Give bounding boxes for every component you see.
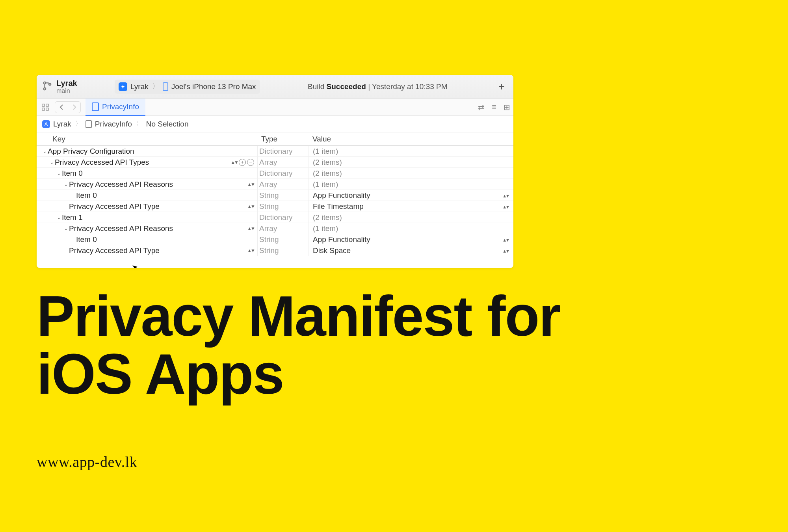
row-key: Privacy Accessed API Type — [69, 202, 160, 211]
status-text: Build Succeeded | Yesterday at 10:33 PM — [308, 82, 448, 91]
editor-options: ⇄ ≡ ⊞ — [478, 102, 510, 112]
row-value[interactable]: (2 items) — [309, 157, 513, 167]
add-button[interactable]: + — [495, 80, 508, 93]
key-type-stepper[interactable]: ▲▼ — [247, 248, 254, 253]
plist-file-icon — [92, 102, 99, 111]
value-stepper-icon[interactable]: ▲▼ — [502, 236, 509, 243]
plist-body: ➤ ⌄App Privacy ConfigurationDictionary(1… — [37, 146, 513, 268]
svg-rect-4 — [46, 104, 48, 106]
row-type[interactable]: Dictionary — [257, 212, 309, 223]
scheme-selector[interactable]: ✦ Lyrak 〉 Joel's iPhone 13 Pro Max — [115, 80, 260, 94]
activity-status[interactable]: Build Succeeded | Yesterday at 10:33 PM — [266, 82, 490, 91]
plist-row[interactable]: ⌄Privacy Accessed API Reasons▲▼Array(1 i… — [37, 223, 513, 234]
crumb-project[interactable]: Lyrak — [53, 120, 71, 128]
row-type[interactable]: Array — [257, 157, 309, 167]
row-type[interactable]: String — [257, 245, 309, 256]
row-key: App Privacy Configuration — [48, 147, 134, 156]
scheme-name: Lyrak — [130, 82, 149, 91]
site-url: www.app-dev.lk — [37, 453, 137, 471]
related-items-icon[interactable] — [40, 102, 51, 113]
column-type[interactable]: Type — [257, 135, 309, 143]
editor-tab-privacyinfo[interactable]: PrivacyInfo — [85, 99, 145, 116]
svg-rect-6 — [46, 108, 48, 110]
row-key: Privacy Accessed API Types — [55, 158, 149, 167]
history-nav — [55, 101, 81, 113]
tab-bar: PrivacyInfo ⇄ ≡ ⊞ — [37, 99, 513, 116]
key-type-stepper[interactable]: ▲▼ — [247, 226, 254, 231]
row-key: Item 0 — [62, 169, 83, 178]
chevron-right-icon: 〉 — [74, 120, 82, 128]
tab-title: PrivacyInfo — [102, 102, 139, 111]
row-key: Item 0 — [76, 191, 97, 200]
row-type[interactable]: Dictionary — [257, 146, 309, 156]
column-value[interactable]: Value — [309, 135, 513, 143]
column-key[interactable]: Key — [37, 135, 257, 143]
row-value[interactable]: (2 items) — [309, 168, 513, 179]
chevron-down-icon[interactable]: ⌄ — [63, 181, 69, 187]
xcode-window: Lyrak main ✦ Lyrak 〉 Joel's iPhone 13 Pr… — [37, 75, 513, 268]
row-type[interactable]: String — [257, 234, 309, 245]
value-stepper-icon[interactable]: ▲▼ — [502, 203, 509, 210]
branch-icon — [42, 81, 52, 93]
row-key: Item 1 — [62, 213, 83, 222]
svg-point-0 — [44, 82, 46, 84]
stepper-icon[interactable]: ▲▼ — [230, 160, 238, 165]
row-value[interactable]: File Timestamp▲▼ — [309, 201, 513, 212]
plist-row[interactable]: ⌄Privacy Accessed API Types▲▼+−Array(2 i… — [37, 157, 513, 168]
row-value[interactable]: (1 item) — [309, 223, 513, 234]
chevron-right-icon: 〉 — [135, 120, 143, 128]
crumb-selection[interactable]: No Selection — [146, 120, 189, 128]
key-type-stepper[interactable]: ▲▼ — [247, 204, 254, 209]
row-key: Item 0 — [76, 235, 97, 244]
app-icon: A — [42, 120, 50, 128]
value-stepper-icon[interactable]: ▲▼ — [502, 192, 509, 199]
add-editor-icon[interactable]: ⊞ — [504, 102, 510, 112]
row-value[interactable]: App Functionality▲▼ — [309, 190, 513, 201]
row-key: Privacy Accessed API Reasons — [69, 224, 173, 233]
source-control-branch[interactable]: Lyrak main — [42, 79, 109, 95]
remove-row-icon[interactable]: − — [247, 159, 254, 166]
plist-row[interactable]: Privacy Accessed API Type▲▼StringFile Ti… — [37, 201, 513, 212]
plist-row[interactable]: ⌄Privacy Accessed API Reasons▲▼Array(1 i… — [37, 179, 513, 190]
lines-icon[interactable]: ≡ — [492, 102, 496, 112]
chevron-down-icon[interactable]: ⌄ — [41, 148, 48, 154]
chevron-down-icon[interactable]: ⌄ — [56, 170, 62, 176]
app-icon: ✦ — [119, 82, 127, 91]
mouse-cursor-icon: ➤ — [131, 262, 139, 268]
row-type[interactable]: String — [257, 201, 309, 212]
plist-row[interactable]: ⌄Item 0Dictionary(2 items) — [37, 168, 513, 179]
plist-row[interactable]: Item 0StringApp Functionality▲▼ — [37, 234, 513, 245]
branch-name: main — [56, 87, 77, 95]
plist-column-header: Key Type Value — [37, 132, 513, 146]
toolbar: Lyrak main ✦ Lyrak 〉 Joel's iPhone 13 Pr… — [37, 75, 513, 99]
plist-row[interactable]: Item 0StringApp Functionality▲▼ — [37, 190, 513, 201]
row-value[interactable]: Disk Space▲▼ — [309, 245, 513, 256]
crumb-file[interactable]: PrivacyInfo — [95, 120, 132, 128]
refresh-icon[interactable]: ⇄ — [478, 102, 485, 112]
row-type[interactable]: Array — [257, 179, 309, 190]
key-type-stepper[interactable]: ▲▼ — [247, 182, 254, 187]
value-stepper-icon[interactable]: ▲▼ — [502, 247, 509, 254]
row-value[interactable]: (1 item) — [309, 146, 513, 156]
add-row-icon[interactable]: + — [239, 159, 246, 166]
back-button[interactable] — [55, 102, 68, 113]
row-value[interactable]: App Functionality▲▼ — [309, 234, 513, 245]
chevron-down-icon[interactable]: ⌄ — [63, 225, 69, 231]
forward-button[interactable] — [68, 102, 80, 113]
row-value[interactable]: (1 item) — [309, 179, 513, 190]
row-type[interactable]: Array — [257, 223, 309, 234]
chevron-down-icon[interactable]: ⌄ — [56, 214, 62, 220]
row-type[interactable]: String — [257, 190, 309, 201]
plist-row[interactable]: ⌄App Privacy ConfigurationDictionary(1 i… — [37, 146, 513, 157]
svg-rect-5 — [42, 108, 45, 110]
row-key: Privacy Accessed API Type — [69, 246, 160, 255]
jump-bar[interactable]: A Lyrak 〉 PrivacyInfo 〉 No Selection — [37, 116, 513, 132]
row-value[interactable]: (2 items) — [309, 212, 513, 223]
chevron-down-icon[interactable]: ⌄ — [48, 159, 55, 165]
project-name: Lyrak — [56, 79, 77, 87]
chevron-right-icon: 〉 — [152, 82, 160, 91]
row-type[interactable]: Dictionary — [257, 168, 309, 179]
plist-row[interactable]: ⌄Item 1Dictionary(2 items) — [37, 212, 513, 223]
row-controls: ▲▼+− — [230, 159, 254, 166]
plist-row[interactable]: Privacy Accessed API Type▲▼StringDisk Sp… — [37, 245, 513, 256]
